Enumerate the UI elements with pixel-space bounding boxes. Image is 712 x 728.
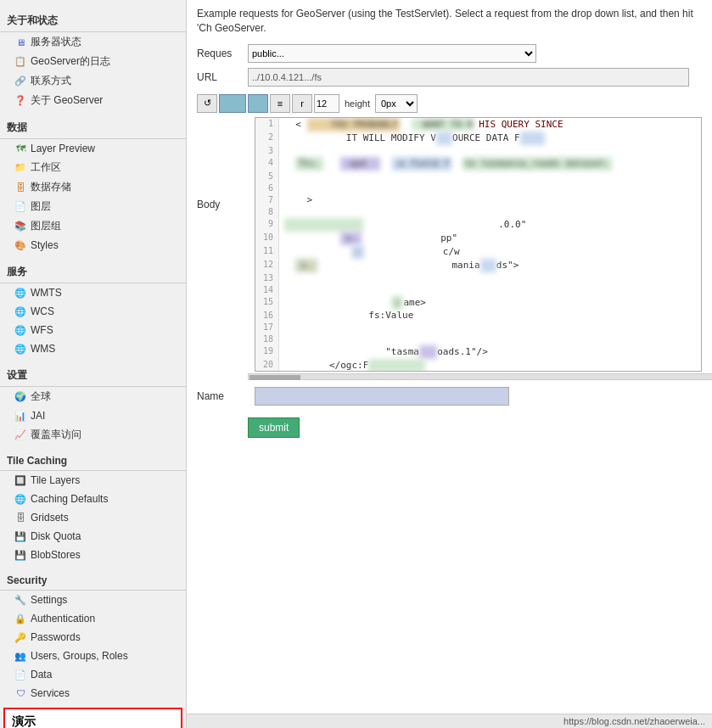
px-select[interactable]: 0px bbox=[375, 94, 418, 113]
blob-icon: 💾 bbox=[14, 548, 27, 562]
section-title-services: 服务 bbox=[0, 258, 186, 283]
tile-icon: 🔲 bbox=[14, 473, 27, 487]
sidebar-item-coverage[interactable]: 📈 覆盖率访问 bbox=[0, 425, 186, 445]
gridset-icon: 🗄 bbox=[14, 511, 27, 524]
info-icon: ❓ bbox=[14, 94, 27, 108]
wmts-icon: 🌐 bbox=[14, 286, 27, 300]
editor-toolbar: ↺ ≡ r height 0px bbox=[197, 92, 702, 115]
sidebar-item-settings-sec[interactable]: 🔧 Settings bbox=[0, 591, 186, 609]
code-line-11: 11 : c/w bbox=[255, 245, 701, 259]
status-url: https://blog.csdn.net/zhaoerweia... bbox=[563, 716, 705, 726]
sidebar-item-contact[interactable]: 🔗 联系方式 bbox=[0, 71, 186, 91]
code-line-3: 3 bbox=[255, 145, 701, 157]
sidebar-item-passwords[interactable]: 🔑 Passwords bbox=[0, 628, 186, 647]
code-line-9: 9 .0.0" bbox=[255, 218, 701, 232]
database-icon: 🗄 bbox=[14, 181, 27, 194]
sidebar-item-disk-quota[interactable]: 💾 Disk Quota bbox=[0, 527, 186, 546]
name-label: Name bbox=[197, 390, 248, 402]
url-label: URL bbox=[197, 71, 248, 83]
code-line-7: 7 > bbox=[255, 194, 701, 206]
sidebar-item-server-status[interactable]: 🖥 服务器状态 bbox=[0, 32, 186, 52]
section-title-security: Security bbox=[0, 568, 186, 591]
sidebar-item-tile-layers[interactable]: 🔲 Tile Layers bbox=[0, 471, 186, 490]
sidebar-item-jai[interactable]: 📊 JAI bbox=[0, 406, 186, 425]
sidebar-item-services-sec[interactable]: 🛡 Services bbox=[0, 684, 186, 703]
globe-icon: 🌍 bbox=[14, 390, 27, 404]
code-line-19: 19 "tasma oads.1"/> bbox=[255, 345, 701, 359]
sidebar-item-blobstores[interactable]: 💾 BlobStores bbox=[0, 546, 186, 564]
sidebar-item-authentication[interactable]: 🔒 Authentication bbox=[0, 609, 186, 628]
folder-icon: 📁 bbox=[14, 161, 27, 175]
request-select[interactable]: public... bbox=[248, 44, 536, 63]
toolbar-btn-3[interactable] bbox=[248, 94, 268, 113]
toolbar-btn-2[interactable] bbox=[219, 94, 246, 113]
sidebar-item-global[interactable]: 🌍 全球 bbox=[0, 387, 186, 406]
sidebar-item-layers[interactable]: 📄 图层 bbox=[0, 197, 186, 216]
disk-icon: 💾 bbox=[14, 529, 27, 543]
code-line-8: 8 bbox=[255, 206, 701, 218]
sidebar-item-styles[interactable]: 🎨 Styles bbox=[0, 236, 186, 255]
url-input[interactable] bbox=[248, 68, 689, 87]
demo-section[interactable]: 演示 bbox=[3, 708, 182, 728]
submit-button[interactable]: submit bbox=[248, 417, 300, 438]
code-line-20: 20 </ogc:F bbox=[255, 359, 701, 372]
font-size-input[interactable] bbox=[314, 94, 339, 113]
wms-icon: 🌐 bbox=[14, 342, 27, 356]
sidebar-item-data-sec[interactable]: 📄 Data bbox=[0, 665, 186, 684]
sidebar-item-gridsets[interactable]: 🗄 Gridsets bbox=[0, 508, 186, 527]
code-line-15: 15 )ame> bbox=[255, 296, 701, 310]
demo-label: 演示 bbox=[12, 714, 36, 728]
log-icon: 📋 bbox=[14, 55, 27, 69]
server-icon: 🖥 bbox=[14, 36, 27, 49]
body-label: Body bbox=[197, 193, 248, 210]
shield-icon: 🛡 bbox=[14, 686, 27, 700]
wfs-icon: 🌐 bbox=[14, 323, 27, 337]
wcs-icon: 🌐 bbox=[14, 305, 27, 318]
section-title-tile-caching: Tile Caching bbox=[0, 448, 186, 471]
name-row: Name bbox=[197, 387, 702, 406]
link-icon: 🔗 bbox=[14, 75, 27, 88]
url-row: URL bbox=[197, 68, 702, 87]
name-input[interactable] bbox=[255, 387, 509, 406]
code-line-1: 1 < YOU PROBABLY WANT TO R HIS QUERY SIN… bbox=[255, 118, 701, 132]
code-line-5: 5 bbox=[255, 171, 701, 182]
section-title-settings: 设置 bbox=[0, 361, 186, 387]
sidebar-item-layer-groups[interactable]: 📚 图层组 bbox=[0, 216, 186, 236]
key-icon: 🔑 bbox=[14, 630, 27, 644]
caching-icon: 🌐 bbox=[14, 492, 27, 506]
sidebar-item-layer-preview[interactable]: 🗺 Layer Preview bbox=[0, 139, 186, 158]
sidebar-item-datastores[interactable]: 🗄 数据存储 bbox=[0, 177, 186, 197]
code-line-6: 6 bbox=[255, 182, 701, 194]
settings-icon: 🔧 bbox=[14, 593, 27, 607]
code-line-4: 4 Thi. upd .e field f te tasmania_roads … bbox=[255, 157, 701, 171]
height-label: height bbox=[341, 94, 373, 113]
auth-icon: 🔒 bbox=[14, 612, 27, 625]
coverage-icon: 📈 bbox=[14, 428, 27, 442]
code-line-2: 2 IT WILL MODIFY V OURCE DATA F bbox=[255, 132, 701, 145]
sidebar-item-about[interactable]: ❓ 关于 GeoServer bbox=[0, 91, 186, 110]
layers-icon: 📚 bbox=[14, 220, 27, 233]
request-label: Reques bbox=[197, 48, 248, 59]
sidebar-item-wcs[interactable]: 🌐 WCS bbox=[0, 302, 186, 321]
data-icon: 📄 bbox=[14, 668, 27, 681]
sidebar-item-wms[interactable]: 🌐 WMS bbox=[0, 339, 186, 358]
description: Example requests for GeoServer (using th… bbox=[197, 7, 702, 36]
section-title-data: 数据 bbox=[0, 114, 186, 139]
sidebar-item-users-groups-roles[interactable]: 👥 Users, Groups, Roles bbox=[0, 647, 186, 665]
code-editor[interactable]: 1 < YOU PROBABLY WANT TO R HIS QUERY SIN… bbox=[255, 117, 702, 372]
code-line-18: 18 bbox=[255, 333, 701, 345]
section-title-about: 关于和状态 bbox=[0, 7, 186, 32]
sidebar-item-log[interactable]: 📋 GeoServer的日志 bbox=[0, 52, 186, 71]
toolbar-refresh-btn[interactable]: ↺ bbox=[197, 94, 217, 113]
map-icon: 🗺 bbox=[14, 142, 27, 155]
statusbar: https://blog.csdn.net/zhaoerweia... bbox=[187, 714, 712, 728]
sidebar-item-workspaces[interactable]: 📁 工作区 bbox=[0, 158, 186, 177]
sidebar-item-caching-defaults[interactable]: 🌐 Caching Defaults bbox=[0, 490, 186, 508]
toolbar-r-btn[interactable]: r bbox=[292, 94, 312, 113]
toolbar-list-btn[interactable]: ≡ bbox=[270, 94, 290, 113]
code-line-14: 14 bbox=[255, 284, 701, 296]
sidebar-item-wfs[interactable]: 🌐 WFS bbox=[0, 321, 186, 339]
code-line-17: 17 bbox=[255, 322, 701, 333]
users-icon: 👥 bbox=[14, 649, 27, 663]
sidebar-item-wmts[interactable]: 🌐 WMTS bbox=[0, 283, 186, 302]
